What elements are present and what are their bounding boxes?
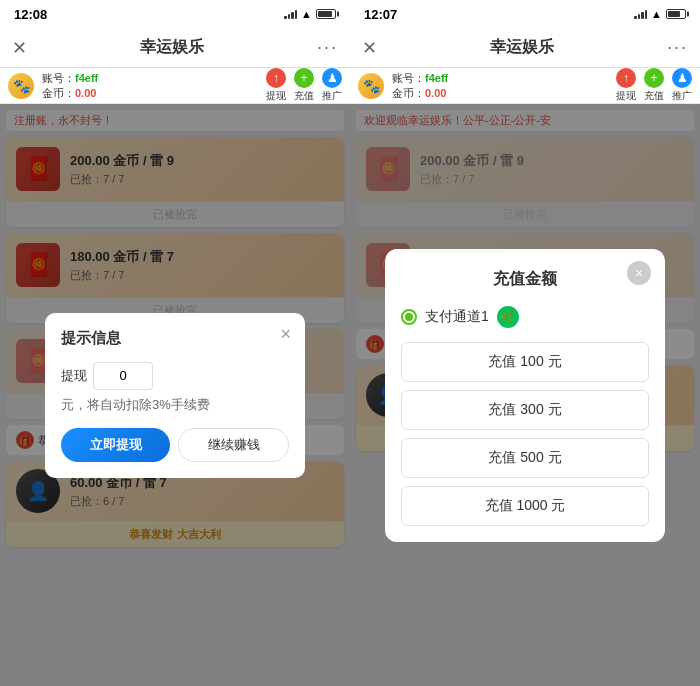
- right-time: 12:07: [364, 7, 397, 22]
- left-nav-bar: ✕ 幸运娱乐 ···: [0, 28, 350, 68]
- recharge-title: 充值金额: [401, 269, 649, 290]
- left-close-button[interactable]: ✕: [12, 37, 27, 59]
- right-battery-icon: [666, 9, 686, 19]
- right-coins: 金币：0.00: [392, 86, 448, 100]
- recharge-option-500[interactable]: 充值 500 元: [401, 438, 649, 478]
- wechat-pay-icon: 🌿: [497, 306, 519, 328]
- withdrawal-input[interactable]: [93, 362, 153, 390]
- left-signal-icon: [284, 9, 297, 19]
- left-more-button[interactable]: ···: [317, 37, 338, 58]
- left-time: 12:08: [14, 7, 47, 22]
- recharge-options: 充值 100 元 充值 300 元 充值 500 元 充值 1000 元: [401, 342, 649, 526]
- left-account-id: 账号：f4eff: [42, 71, 98, 85]
- modal-close-button[interactable]: ×: [280, 325, 291, 343]
- channel-radio[interactable]: [401, 309, 417, 325]
- left-wifi-icon: ▲: [301, 8, 312, 20]
- right-account-id: 账号：f4eff: [392, 71, 448, 85]
- recharge-option-300[interactable]: 充值 300 元: [401, 390, 649, 430]
- left-status-bar: 12:08 ▲: [0, 0, 350, 28]
- payment-channel: 支付通道1 🌿: [401, 306, 649, 328]
- modal-buttons: 立即提现 继续赚钱: [61, 428, 289, 462]
- right-nav-bar: ✕ 幸运娱乐 ···: [350, 28, 700, 68]
- recharge-option-100[interactable]: 充值 100 元: [401, 342, 649, 382]
- recharge-close-button[interactable]: ×: [627, 261, 651, 285]
- right-signal-icon: [634, 9, 647, 19]
- left-panel: 12:08 ▲ ✕ 幸运娱乐 ··· 🐾 账号：f4eff 金币：0.00: [0, 0, 350, 686]
- recharge-option-1000[interactable]: 充值 1000 元: [401, 486, 649, 526]
- left-promo-button[interactable]: ♟ 推广: [322, 68, 342, 103]
- recharge-icon: +: [294, 68, 314, 88]
- left-battery-icon: [316, 9, 336, 19]
- left-coins: 金币：0.00: [42, 86, 98, 100]
- right-nav-title: 幸运娱乐: [490, 37, 554, 58]
- right-scroll-content: 欢迎观临幸运娱乐！公平-公正-公开-安 🧧 200.00 金币 / 雷 9 已抢…: [350, 104, 700, 686]
- right-withdraw-icon: ↑: [616, 68, 636, 88]
- right-overlay[interactable]: 充值金额 × 支付通道1 🌿 充值 100 元 充值 300 元 充值 500 …: [350, 104, 700, 686]
- withdrawal-label-pre: 提现: [61, 367, 87, 385]
- right-recharge-icon: +: [644, 68, 664, 88]
- right-wifi-icon: ▲: [651, 8, 662, 20]
- left-status-icons: ▲: [284, 8, 336, 20]
- right-promo-button[interactable]: ♟ 推广: [672, 68, 692, 103]
- withdrawal-label-post: 元，将自动扣除3%手续费: [61, 396, 210, 414]
- recharge-modal: 充值金额 × 支付通道1 🌿 充值 100 元 充值 300 元 充值 500 …: [385, 249, 665, 542]
- channel-label: 支付通道1: [425, 308, 489, 326]
- left-nav-title: 幸运娱乐: [140, 37, 204, 58]
- left-avatar: 🐾: [8, 73, 34, 99]
- right-account-bar: 🐾 账号：f4eff 金币：0.00 ↑ 提现 + 充值 ♟ 推广: [350, 68, 700, 104]
- modal-title: 提示信息: [61, 329, 289, 348]
- right-account-info: 账号：f4eff 金币：0.00: [392, 71, 448, 100]
- left-withdraw-button[interactable]: ↑ 提现: [266, 68, 286, 103]
- left-account-info: 账号：f4eff 金币：0.00: [42, 71, 98, 100]
- left-overlay[interactable]: 提示信息 × 提现 元，将自动扣除3%手续费 立即提现 继续赚钱: [0, 104, 350, 686]
- right-more-button[interactable]: ···: [667, 37, 688, 58]
- right-recharge-button[interactable]: + 充值: [644, 68, 664, 103]
- withdraw-icon: ↑: [266, 68, 286, 88]
- right-status-icons: ▲: [634, 8, 686, 20]
- withdrawal-form: 提现 元，将自动扣除3%手续费: [61, 362, 289, 414]
- right-promo-icon: ♟: [672, 68, 692, 88]
- left-recharge-button[interactable]: + 充值: [294, 68, 314, 103]
- keep-earning-button[interactable]: 继续赚钱: [178, 428, 289, 462]
- promo-icon: ♟: [322, 68, 342, 88]
- right-withdraw-button[interactable]: ↑ 提现: [616, 68, 636, 103]
- right-status-bar: 12:07 ▲: [350, 0, 700, 28]
- left-scroll-content: 注册账，永不封号！ 🧧 200.00 金币 / 雷 9 已抢：7 / 7 已被抢…: [0, 104, 350, 686]
- right-panel: 12:07 ▲ ✕ 幸运娱乐 ··· 🐾 账号：f4eff 金币：0.00: [350, 0, 700, 686]
- right-avatar: 🐾: [358, 73, 384, 99]
- right-close-button[interactable]: ✕: [362, 37, 377, 59]
- left-account-bar: 🐾 账号：f4eff 金币：0.00 ↑ 提现 + 充值 ♟ 推广: [0, 68, 350, 104]
- withdrawal-modal: 提示信息 × 提现 元，将自动扣除3%手续费 立即提现 继续赚钱: [45, 313, 305, 478]
- withdraw-now-button[interactable]: 立即提现: [61, 428, 170, 462]
